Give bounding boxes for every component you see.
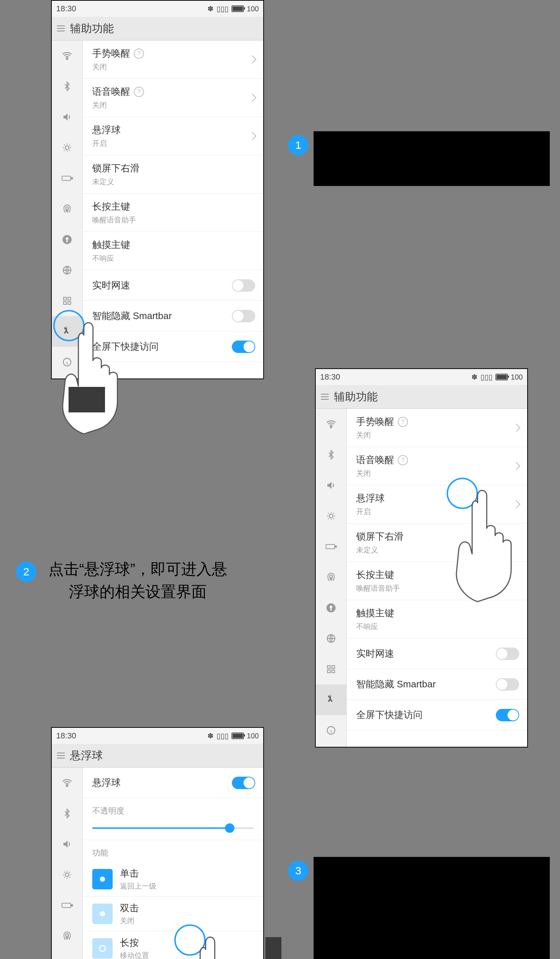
svg-point-13 — [329, 514, 333, 518]
accessibility-icon[interactable] — [316, 684, 346, 715]
location-icon[interactable] — [316, 593, 346, 623]
toggle[interactable] — [496, 709, 519, 721]
title-bar[interactable]: 悬浮球 — [52, 744, 263, 768]
svg-point-1 — [65, 146, 69, 150]
chevron-right-icon — [248, 132, 257, 140]
row-sub: 关闭 — [120, 916, 139, 926]
menu-icon[interactable] — [57, 753, 65, 758]
battery-icon — [495, 374, 508, 380]
svg-point-37 — [100, 911, 105, 916]
row-float-ball[interactable]: 悬浮球开启 — [83, 117, 263, 155]
settings-sidebar[interactable] — [52, 768, 83, 959]
info-icon[interactable] — [52, 347, 83, 378]
step-number: 2 — [23, 566, 30, 578]
brightness-icon[interactable] — [52, 132, 83, 163]
svg-rect-20 — [332, 666, 335, 668]
row-title: 智能隐藏 Smartbar — [92, 309, 172, 322]
status-right: ✽ ▯▯▯ 100 — [207, 4, 259, 13]
opacity-slider[interactable] — [83, 820, 263, 840]
sound-icon[interactable] — [52, 102, 83, 132]
title-bar[interactable]: 辅助功能 — [316, 385, 527, 409]
sound-icon[interactable] — [52, 829, 83, 859]
wifi-icon[interactable] — [316, 409, 346, 440]
toggle[interactable] — [232, 279, 255, 292]
row-touch-home[interactable]: 触摸主键不响应 — [347, 600, 527, 639]
help-icon[interactable]: ? — [398, 417, 408, 427]
menu-icon[interactable] — [321, 394, 329, 400]
brightness-icon[interactable] — [52, 859, 83, 890]
svg-rect-21 — [328, 670, 330, 673]
row-voice-wake[interactable]: 语音唤醒?关闭 — [83, 79, 263, 117]
row-title: 触摸主键 — [92, 239, 130, 251]
settings-sidebar[interactable] — [316, 409, 347, 747]
row-gesture-wake[interactable]: 手势唤醒?关闭 — [83, 40, 263, 79]
help-icon[interactable]: ? — [398, 455, 408, 465]
highlight-circle — [174, 924, 205, 956]
row-netspeed[interactable]: 实时网速 — [347, 639, 527, 669]
fingerprint-icon[interactable] — [52, 921, 83, 951]
brightness-icon[interactable] — [316, 501, 346, 531]
row-longpress-home[interactable]: 长按主键唤醒语音助手 — [347, 562, 527, 600]
row-sub: 不响应 — [92, 253, 130, 263]
toggle[interactable] — [232, 341, 255, 353]
svg-rect-27 — [72, 905, 73, 906]
chevron-right-icon — [512, 500, 520, 509]
bluetooth-sidebar-icon[interactable] — [52, 71, 83, 102]
highlight-circle — [53, 310, 84, 341]
row-smartbar[interactable]: 智能隐藏 Smartbar — [83, 301, 263, 331]
row-floatball-toggle[interactable]: 悬浮球 — [83, 768, 263, 798]
battery-sidebar-icon[interactable] — [52, 890, 83, 921]
location-icon[interactable] — [52, 951, 83, 959]
row-title: 锁屏下右滑 — [92, 162, 140, 175]
help-icon[interactable]: ? — [134, 87, 144, 97]
toggle[interactable] — [232, 777, 255, 789]
location-icon[interactable] — [52, 224, 83, 255]
row-touch-home[interactable]: 触摸主键不响应 — [83, 232, 263, 270]
row-float-ball[interactable]: 悬浮球开启 — [347, 485, 527, 524]
row-netspeed[interactable]: 实时网速 — [83, 270, 263, 301]
globe-icon[interactable] — [52, 255, 83, 285]
svg-point-12 — [330, 426, 332, 428]
row-lock-swipe[interactable]: 锁屏下右滑未定义 — [347, 524, 527, 562]
func-row-doubletap[interactable]: 双击关闭 — [83, 897, 263, 931]
fingerprint-icon[interactable] — [52, 194, 83, 224]
row-fullscreen-quick[interactable]: 全屏下快捷访问 — [83, 331, 263, 362]
apps-icon[interactable] — [316, 654, 346, 684]
row-sub: 未定义 — [356, 545, 404, 555]
wifi-icon[interactable] — [52, 768, 83, 798]
wifi-icon[interactable] — [52, 40, 83, 71]
chevron-right-icon — [248, 56, 257, 64]
row-gesture-wake[interactable]: 手势唤醒?关闭 — [347, 409, 527, 447]
fingerprint-icon[interactable] — [316, 562, 346, 593]
func-row-tap[interactable]: 单击返回上一级 — [83, 862, 263, 897]
menu-icon[interactable] — [57, 25, 65, 31]
svg-rect-10 — [68, 301, 71, 304]
battery-text: 100 — [247, 732, 259, 740]
row-voice-wake[interactable]: 语音唤醒?关闭 — [347, 447, 527, 485]
help-icon[interactable]: ? — [134, 48, 144, 59]
row-sub: 开启 — [92, 139, 121, 148]
toggle[interactable] — [496, 678, 519, 691]
signal-icon: ▯▯▯ — [216, 731, 229, 740]
chevron-right-icon — [512, 424, 520, 432]
sound-icon[interactable] — [316, 470, 346, 501]
row-lock-swipe[interactable]: 锁屏下右滑未定义 — [83, 155, 263, 194]
row-longpress-home[interactable]: 长按主键唤醒语音助手 — [83, 194, 263, 232]
step-badge-2: 2 — [16, 562, 37, 582]
battery-sidebar-icon[interactable] — [52, 163, 83, 194]
row-fullscreen-quick[interactable]: 全屏下快捷访问 — [347, 700, 527, 730]
toggle[interactable] — [232, 310, 255, 322]
row-sub: 不响应 — [356, 622, 394, 632]
row-smartbar[interactable]: 智能隐藏 Smartbar — [347, 669, 527, 700]
bluetooth-sidebar-icon[interactable] — [52, 798, 83, 829]
bluetooth-sidebar-icon[interactable] — [316, 440, 346, 470]
func-row-longpress[interactable]: 长按移动位置 — [83, 931, 263, 959]
battery-sidebar-icon[interactable] — [316, 531, 346, 562]
svg-point-24 — [66, 785, 68, 787]
highlight-circle — [447, 478, 478, 509]
row-title: 悬浮球 — [92, 124, 121, 136]
title-bar[interactable]: 辅助功能 — [52, 17, 263, 40]
toggle[interactable] — [496, 648, 519, 660]
info-icon[interactable] — [316, 715, 346, 746]
globe-icon[interactable] — [316, 623, 346, 654]
